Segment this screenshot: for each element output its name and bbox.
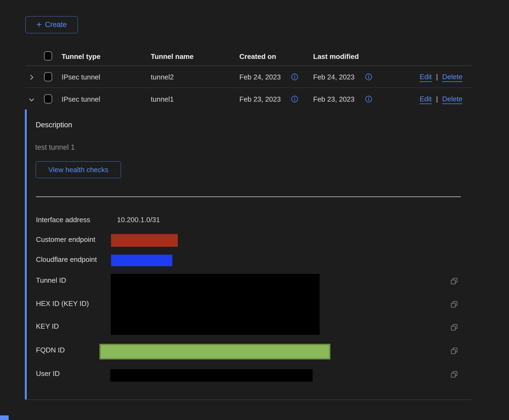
expanded-panel-bottom-divider: [25, 399, 471, 400]
panel-divider: [36, 196, 461, 197]
column-header-tunnel-name: Tunnel name: [151, 52, 193, 61]
view-health-checks-label: View health checks: [48, 166, 108, 174]
description-label: Description: [36, 121, 72, 129]
info-icon[interactable]: [365, 95, 372, 103]
actions-separator: |: [436, 73, 438, 81]
hex-id-label: HEX ID (KEY ID): [36, 299, 89, 308]
create-button-label: Create: [45, 21, 67, 29]
tunnel-id-label: Tunnel ID: [36, 276, 66, 285]
tunnel-name-cell: tunnel1: [151, 95, 174, 104]
cloudflare-endpoint-redaction: [111, 255, 172, 266]
user-id-label: User ID: [36, 369, 60, 378]
tunnel-name-cell: tunnel2: [151, 73, 174, 81]
actions-separator: |: [436, 95, 438, 103]
interface-address-label: Interface address: [36, 216, 90, 224]
column-header-last-modified: Last modified: [313, 52, 359, 61]
chevron-right-icon[interactable]: [28, 74, 35, 81]
description-value: test tunnel 1: [35, 143, 75, 152]
row-actions: Edit | Delete: [420, 73, 463, 81]
expanded-panel-accent-border: [25, 109, 27, 399]
row-checkbox-tunnel1[interactable]: [44, 94, 52, 104]
tunnel-type-cell: IPsec tunnel: [62, 95, 100, 104]
info-icon[interactable]: [365, 73, 372, 81]
cloudflare-endpoint-label: Cloudflare endpoint: [36, 255, 97, 264]
user-id-redaction: [110, 369, 313, 382]
row-checkbox-tunnel2[interactable]: [44, 72, 52, 81]
info-icon[interactable]: [291, 73, 298, 81]
edit-link[interactable]: Edit: [420, 95, 432, 103]
ipsec-tunnels-page: + Create Tunnel type Tunnel name Created…: [0, 0, 509, 420]
row-actions: Edit | Delete: [420, 95, 463, 103]
copy-icon[interactable]: [450, 323, 458, 331]
view-health-checks-button[interactable]: View health checks: [36, 161, 121, 178]
created-on-cell: Feb 24, 2023: [239, 73, 281, 81]
edit-link[interactable]: Edit: [420, 73, 432, 81]
row-divider: [25, 88, 471, 88]
delete-link[interactable]: Delete: [442, 73, 463, 81]
last-modified-cell: Feb 24, 2023: [313, 73, 354, 81]
column-header-created-on: Created on: [239, 52, 276, 61]
chevron-down-icon[interactable]: [28, 96, 35, 104]
copy-icon[interactable]: [450, 370, 458, 378]
select-all-checkbox[interactable]: [44, 51, 52, 61]
last-modified-cell: Feb 23, 2023: [313, 95, 354, 104]
customer-endpoint-redaction: [111, 234, 178, 247]
key-id-label: KEY ID: [36, 322, 59, 331]
copy-icon[interactable]: [450, 277, 458, 285]
interface-address-value: 10.200.1.0/31: [117, 216, 160, 224]
scrollbar-fragment[interactable]: [0, 415, 9, 420]
header-divider: [25, 66, 471, 66]
plus-icon: +: [36, 20, 42, 29]
fqdn-id-label: FQDN ID: [36, 346, 65, 354]
fqdn-id-redaction: [99, 344, 330, 359]
customer-endpoint-label: Customer endpoint: [36, 235, 95, 244]
delete-link[interactable]: Delete: [442, 95, 463, 103]
create-button[interactable]: + Create: [25, 16, 78, 33]
copy-icon[interactable]: [450, 347, 458, 355]
ids-redaction-block: [111, 274, 320, 335]
column-header-tunnel-type: Tunnel type: [62, 52, 101, 61]
copy-icon[interactable]: [450, 300, 458, 308]
info-icon[interactable]: [291, 95, 298, 103]
tunnel-type-cell: IPsec tunnel: [62, 73, 100, 81]
created-on-cell: Feb 23, 2023: [239, 95, 281, 104]
